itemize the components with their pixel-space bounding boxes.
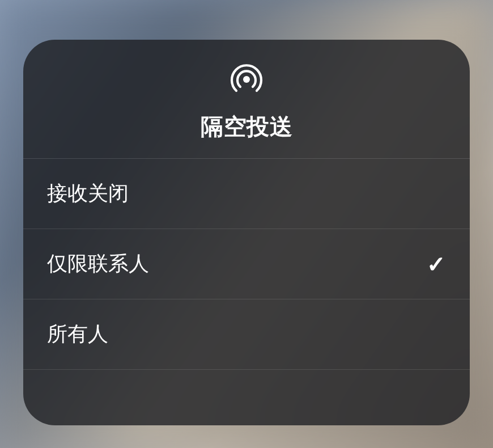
option-contacts-only[interactable]: 仅限联系人 ✓ — [23, 229, 470, 299]
airdrop-settings-panel: 隔空投送 接收关闭 ✓ 仅限联系人 ✓ 所有人 ✓ — [23, 40, 470, 425]
panel-title: 隔空投送 — [201, 111, 292, 142]
airdrop-icon — [230, 62, 264, 96]
option-label: 仅限联系人 — [47, 250, 149, 278]
panel-header: 隔空投送 — [23, 40, 470, 159]
option-receiving-off[interactable]: 接收关闭 ✓ — [23, 159, 470, 229]
option-label: 接收关闭 — [47, 180, 129, 208]
option-label: 所有人 — [47, 320, 108, 348]
option-everyone[interactable]: 所有人 ✓ — [23, 299, 470, 370]
checkmark-icon: ✓ — [427, 251, 446, 277]
svg-point-0 — [243, 76, 250, 83]
